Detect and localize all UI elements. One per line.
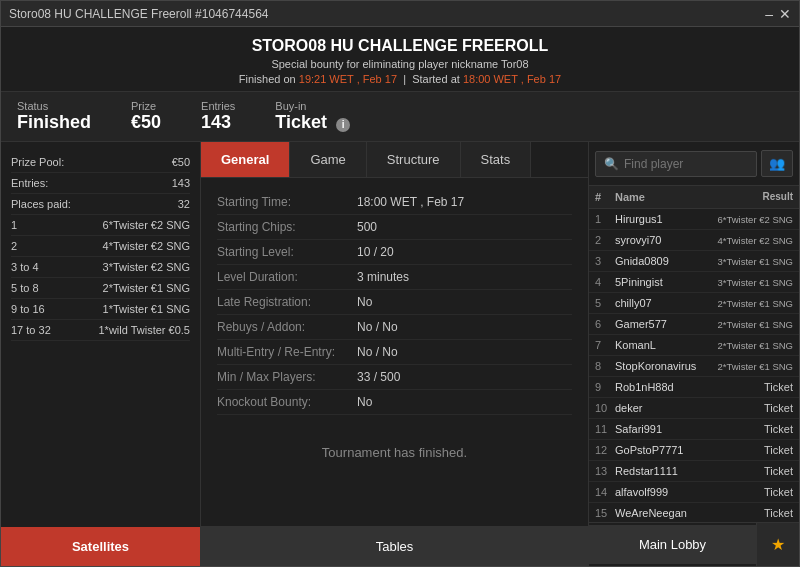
player-num: 2 [595, 234, 615, 246]
player-name: deker [615, 402, 713, 414]
player-name: syrovyi70 [615, 234, 713, 246]
player-num: 1 [595, 213, 615, 225]
detail-row: Starting Time:18:00 WET , Feb 17 [217, 190, 572, 215]
entries-row: Entries: 143 [11, 173, 190, 194]
player-row[interactable]: 8StopKoronavirus2*Twister €1 SNG [589, 356, 799, 377]
place-row: 3 to 43*Twister €2 SNG [11, 257, 190, 278]
tab-stats[interactable]: Stats [461, 142, 532, 177]
place-row: 16*Twister €2 SNG [11, 215, 190, 236]
player-rows: 1Hirurgus16*Twister €2 SNG2syrovyi704*Tw… [589, 209, 799, 522]
satellites-button[interactable]: Satellites [1, 527, 200, 566]
player-result: 2*Twister €1 SNG [713, 298, 793, 309]
minimize-button[interactable]: – [765, 7, 773, 21]
col-name-header: Name [615, 191, 713, 203]
close-button[interactable]: ✕ [779, 7, 791, 21]
detail-value: No / No [357, 345, 398, 359]
player-name: WeAreNeegan [615, 507, 713, 519]
info-icon[interactable]: i [336, 118, 350, 132]
col-result-header: Result [713, 191, 793, 203]
player-row[interactable]: 45Piningist3*Twister €1 SNG [589, 272, 799, 293]
place-row: 9 to 161*Twister €1 SNG [11, 299, 190, 320]
place-row: 5 to 82*Twister €1 SNG [11, 278, 190, 299]
player-name: alfavolf999 [615, 486, 713, 498]
search-box[interactable]: 🔍 [595, 151, 757, 177]
detail-row: Level Duration:3 minutes [217, 265, 572, 290]
player-result: 3*Twister €1 SNG [713, 277, 793, 288]
prize-label: Prize [131, 100, 161, 112]
player-row[interactable]: 13Redstar1111Ticket [589, 461, 799, 482]
detail-label: Starting Time: [217, 195, 357, 209]
add-player-button[interactable]: 👥 [761, 150, 793, 177]
places-paid-value: 32 [178, 198, 190, 210]
player-name: Hirurgus1 [615, 213, 713, 225]
detail-label: Min / Max Players: [217, 370, 357, 384]
player-result: 6*Twister €2 SNG [713, 214, 793, 225]
entries-value2: 143 [172, 177, 190, 189]
detail-row: Rebuys / Addon:No / No [217, 315, 572, 340]
detail-label: Late Registration: [217, 295, 357, 309]
player-row[interactable]: 6Gamer5772*Twister €1 SNG [589, 314, 799, 335]
detail-row: Starting Chips:500 [217, 215, 572, 240]
detail-row: Knockout Bounty:No [217, 390, 572, 415]
started-label: Started at [412, 73, 460, 85]
place-prize: 6*Twister €2 SNG [103, 219, 190, 231]
detail-label: Rebuys / Addon: [217, 320, 357, 334]
detail-label: Starting Level: [217, 245, 357, 259]
finished-time: 19:21 WET , Feb 17 [299, 73, 397, 85]
title-bar: Storo08 HU CHALLENGE Freeroll #104674456… [1, 1, 799, 27]
player-row[interactable]: 10dekerTicket [589, 398, 799, 419]
detail-value: No [357, 395, 372, 409]
tab-general[interactable]: General [201, 142, 290, 177]
tab-content: Starting Time:18:00 WET , Feb 17Starting… [201, 178, 588, 526]
prize-pool-value: €50 [172, 156, 190, 168]
player-num: 3 [595, 255, 615, 267]
tables-button[interactable]: Tables [201, 527, 588, 566]
player-row[interactable]: 9Rob1nH88dTicket [589, 377, 799, 398]
search-input[interactable] [624, 157, 748, 171]
place-prize: 3*Twister €2 SNG [103, 261, 190, 273]
center-panel: General Game Structure Stats Starting Ti… [201, 142, 589, 566]
player-num: 7 [595, 339, 615, 351]
right-panel: 🔍 👥 # Name Result 1Hirurgus16*Twister €2… [589, 142, 799, 566]
finished-label: Finished on [239, 73, 296, 85]
player-row[interactable]: 2syrovyi704*Twister €2 SNG [589, 230, 799, 251]
prize-item: Prize €50 [131, 100, 161, 133]
place-prize: 4*Twister €2 SNG [103, 240, 190, 252]
player-result: 2*Twister €1 SNG [713, 361, 793, 372]
left-panel: Prize Pool: €50 Entries: 143 Places paid… [1, 142, 201, 566]
prize-value: €50 [131, 112, 161, 133]
player-row[interactable]: 3Gnida08093*Twister €1 SNG [589, 251, 799, 272]
detail-value: 3 minutes [357, 270, 409, 284]
time-separator: | [403, 73, 406, 85]
tab-game[interactable]: Game [290, 142, 366, 177]
player-num: 11 [595, 423, 615, 435]
started-time: 18:00 WET , Feb 17 [463, 73, 561, 85]
tab-structure[interactable]: Structure [367, 142, 461, 177]
detail-row: Multi-Entry / Re-Entry:No / No [217, 340, 572, 365]
entries-value: 143 [201, 112, 235, 133]
detail-label: Multi-Entry / Re-Entry: [217, 345, 357, 359]
player-row[interactable]: 7KomanL2*Twister €1 SNG [589, 335, 799, 356]
favorite-button[interactable]: ★ [756, 523, 799, 566]
player-num: 8 [595, 360, 615, 372]
places-paid-row: Places paid: 32 [11, 194, 190, 215]
player-name: Safari991 [615, 423, 713, 435]
place-range: 2 [11, 240, 66, 252]
player-row[interactable]: 14alfavolf999Ticket [589, 482, 799, 503]
player-row[interactable]: 5chilly072*Twister €1 SNG [589, 293, 799, 314]
place-range: 1 [11, 219, 66, 231]
status-value: Finished [17, 112, 91, 133]
player-result: 4*Twister €2 SNG [713, 235, 793, 246]
place-row: 24*Twister €2 SNG [11, 236, 190, 257]
player-row[interactable]: 15WeAreNeeganTicket [589, 503, 799, 522]
player-row[interactable]: 1Hirurgus16*Twister €2 SNG [589, 209, 799, 230]
player-row[interactable]: 12GoPstoP7771Ticket [589, 440, 799, 461]
player-result: Ticket [713, 402, 793, 414]
player-name: Redstar1111 [615, 465, 713, 477]
player-row[interactable]: 11Safari991Ticket [589, 419, 799, 440]
window-title: Storo08 HU CHALLENGE Freeroll #104674456… [9, 7, 268, 21]
detail-label: Knockout Bounty: [217, 395, 357, 409]
place-prize: 1*wild Twister €0.5 [98, 324, 190, 336]
player-result: Ticket [713, 444, 793, 456]
main-lobby-button[interactable]: Main Lobby [589, 525, 756, 564]
